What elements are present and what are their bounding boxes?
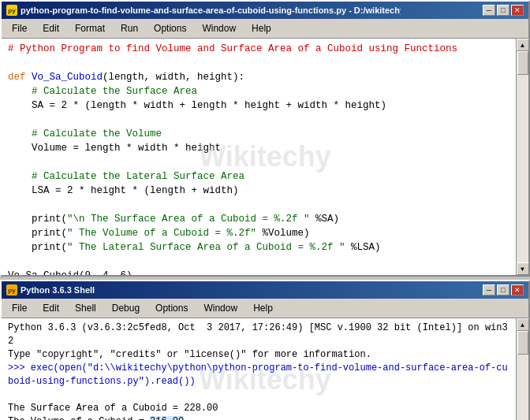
shell-scrollbar[interactable]: ▲ ▼ [516,318,528,420]
shell-menu-options[interactable]: Options [148,300,195,316]
editor-scroll-thumb[interactable] [517,51,528,75]
menu-options[interactable]: Options [147,20,193,36]
code-line-8: Volume = length * width * height [8,141,513,155]
code-line-4: # Calculate the Surface Area [8,84,513,98]
code-line-3: def Vo_Sa_Cuboid(length, width, height): [8,70,513,84]
menu-run[interactable]: Run [114,20,145,36]
shell-menu-bar: File Edit Shell Debug Options Window Hel… [2,299,528,318]
editor-icon: py [6,5,17,16]
code-line-7: # Calculate the Volume [8,127,513,141]
shell-line-4 [8,388,513,402]
editor-window: py python-program-to-find-volume-and-sur… [0,0,530,277]
shell-menu-window[interactable]: Window [196,300,244,316]
code-line-12 [8,198,513,212]
shell-menu-edit[interactable]: Edit [35,300,66,316]
shell-icon: py [6,284,17,295]
shell-window: py Python 3.6.3 Shell ─ □ ✕ File Edit Sh… [0,280,530,420]
code-line-5: SA = 2 * (length * width + length * heig… [8,98,513,113]
menu-format[interactable]: Format [68,20,112,36]
editor-scrollbar[interactable]: ▲ ▼ [516,39,528,275]
code-line-14: print(" The Volume of a Cuboid = %.2f" %… [8,226,513,240]
shell-line-3: >>> exec(open("d:\\wikitechy\python\pyth… [8,362,513,388]
editor-menu-bar: File Edit Format Run Options Window Help [2,19,528,39]
code-line-2 [8,56,513,70]
shell-menu-help[interactable]: Help [246,300,280,316]
shell-line-5: The Surface Area of a Cuboid = 228.00 [8,402,513,415]
menu-edit[interactable]: Edit [35,20,66,36]
menu-file[interactable]: File [5,20,34,36]
editor-minimize-btn[interactable]: ─ [483,5,495,16]
shell-scroll-thumb[interactable] [517,331,528,355]
code-line-6 [8,113,513,127]
editor-title-buttons: ─ □ ✕ [483,5,524,16]
editor-title-text: py python-program-to-find-volume-and-sur… [6,5,401,16]
editor-scroll-track[interactable] [517,51,528,262]
code-line-10: # Calculate the Lateral Surface Area [8,169,513,184]
shell-title-text: py Python 3.6.3 Shell [6,284,95,295]
shell-output-area[interactable]: Wikitechy Python 3.6.3 (v3.6.3:2c5fed8, … [2,318,528,420]
shell-line-6: The Volume of a Cuboid = 216.00 [8,415,513,420]
editor-scroll-down[interactable]: ▼ [517,262,529,275]
code-line-17: Vo_Sa_Cuboid(9, 4, 6) [8,269,513,275]
shell-menu-file[interactable]: File [5,300,34,316]
shell-menu-shell[interactable]: Shell [68,300,103,316]
editor-title-bar: py python-program-to-find-volume-and-sur… [2,2,528,19]
menu-help[interactable]: Help [244,20,278,36]
shell-scroll-track[interactable] [517,331,528,420]
code-line-11: LSA = 2 * height * (length + width) [8,184,513,198]
shell-line-2: Type "copyright", "credits" or "license(… [8,348,513,362]
shell-close-btn[interactable]: ✕ [511,284,524,295]
code-line-13: print("\n The Surface Area of a Cuboid =… [8,212,513,226]
code-line-16 [8,255,513,269]
shell-title-bar: py Python 3.6.3 Shell ─ □ ✕ [2,281,528,299]
code-line-9 [8,155,513,169]
code-line-1: # Python Program to find Volume and Surf… [8,42,513,56]
shell-title-buttons: ─ □ ✕ [483,284,524,295]
editor-code-area[interactable]: Wikitechy # Python Program to find Volum… [2,39,528,275]
editor-maximize-btn[interactable]: □ [497,5,509,16]
code-line-15: print(" The Lateral Surface Area of a Cu… [8,240,513,255]
shell-menu-debug[interactable]: Debug [105,300,147,316]
menu-window[interactable]: Window [195,20,243,36]
shell-scroll-up[interactable]: ▲ [517,318,529,331]
shell-minimize-btn[interactable]: ─ [483,284,495,295]
editor-scroll-up[interactable]: ▲ [517,39,529,51]
shell-maximize-btn[interactable]: □ [497,284,509,295]
editor-close-btn[interactable]: ✕ [511,5,524,16]
shell-line-1: Python 3.6.3 (v3.6.3:2c5fed8, Oct 3 2017… [8,322,513,348]
